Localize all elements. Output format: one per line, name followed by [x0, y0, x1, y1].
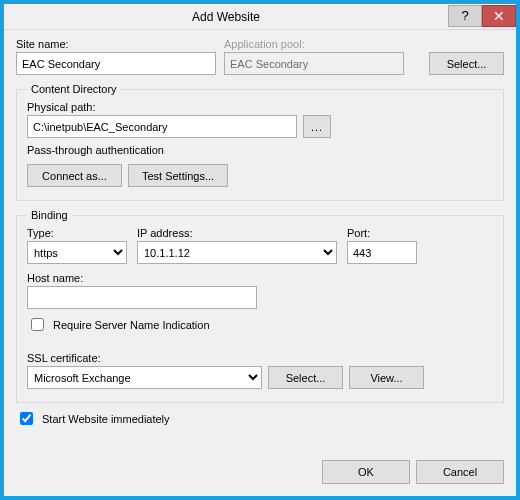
- titlebar: Add Website ? ✕: [4, 4, 516, 30]
- physical-path-input[interactable]: [27, 115, 297, 138]
- ssl-view-button[interactable]: View...: [349, 366, 424, 389]
- content-directory-legend: Content Directory: [27, 83, 121, 95]
- port-input[interactable]: [347, 241, 417, 264]
- host-name-input[interactable]: [27, 286, 257, 309]
- ssl-cert-label: SSL certificate:: [27, 352, 493, 364]
- physical-path-label: Physical path:: [27, 101, 493, 113]
- type-label: Type:: [27, 227, 127, 239]
- test-settings-button[interactable]: Test Settings...: [128, 164, 228, 187]
- dialog-footer: OK Cancel: [4, 450, 516, 496]
- connect-as-button[interactable]: Connect as...: [27, 164, 122, 187]
- passthrough-auth-label: Pass-through authentication: [27, 144, 493, 156]
- site-name-label: Site name:: [16, 38, 216, 50]
- start-immediately-checkbox[interactable]: [20, 412, 33, 425]
- ssl-cert-select[interactable]: Microsoft Exchange: [27, 366, 262, 389]
- app-pool-select-button[interactable]: Select...: [429, 52, 504, 75]
- app-pool-label: Application pool:: [224, 38, 404, 50]
- help-button[interactable]: ?: [448, 5, 482, 27]
- add-website-dialog: Add Website ? ✕ Site name: Application p…: [4, 4, 516, 496]
- close-button[interactable]: ✕: [482, 5, 516, 27]
- port-label: Port:: [347, 227, 417, 239]
- host-name-label: Host name:: [27, 272, 493, 284]
- type-select[interactable]: https: [27, 241, 127, 264]
- app-pool-input: [224, 52, 404, 75]
- ssl-select-button[interactable]: Select...: [268, 366, 343, 389]
- cancel-button[interactable]: Cancel: [416, 460, 504, 484]
- binding-group: Binding Type: https IP address: 10.1.1.1…: [16, 209, 504, 403]
- ip-select[interactable]: 10.1.1.12: [137, 241, 337, 264]
- window-title: Add Website: [4, 10, 448, 24]
- binding-legend: Binding: [27, 209, 72, 221]
- require-sni-checkbox[interactable]: [31, 318, 44, 331]
- start-immediately-label: Start Website immediately: [42, 413, 170, 425]
- ip-label: IP address:: [137, 227, 337, 239]
- require-sni-label: Require Server Name Indication: [53, 319, 210, 331]
- ok-button[interactable]: OK: [322, 460, 410, 484]
- browse-button[interactable]: ...: [303, 115, 331, 138]
- site-name-input[interactable]: [16, 52, 216, 75]
- content-directory-group: Content Directory Physical path: ... Pas…: [16, 83, 504, 201]
